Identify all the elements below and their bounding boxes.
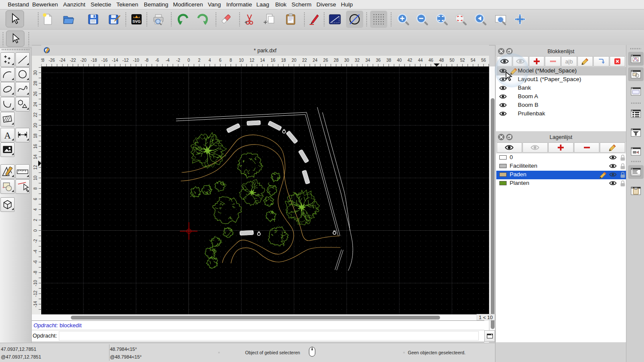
svg-text:-12: -12 — [122, 58, 129, 63]
svg-text:20: 20 — [33, 123, 38, 128]
svg-text:42: 42 — [407, 58, 413, 63]
svg-text:26: 26 — [33, 91, 38, 97]
svg-text:0: 0 — [33, 229, 38, 232]
svg-text:28: 28 — [33, 81, 38, 86]
svg-text:32: 32 — [355, 58, 360, 63]
svg-text:10: 10 — [239, 58, 244, 63]
svg-text:-14: -14 — [112, 58, 118, 63]
svg-text:-12: -12 — [33, 290, 38, 297]
svg-text:6: 6 — [33, 198, 38, 200]
svg-text:2: 2 — [33, 219, 38, 221]
svg-text:18: 18 — [33, 133, 38, 139]
svg-text:-4: -4 — [166, 58, 170, 63]
svg-text:8: 8 — [230, 58, 232, 63]
svg-text:-24: -24 — [59, 58, 66, 63]
svg-text:4: 4 — [209, 58, 211, 63]
svg-text:26: 26 — [323, 58, 328, 63]
svg-text:18: 18 — [281, 58, 286, 63]
svg-text:12: 12 — [33, 165, 38, 170]
svg-text:48: 48 — [439, 58, 444, 63]
svg-text:24: 24 — [313, 58, 318, 63]
svg-text:A: A — [4, 130, 11, 140]
svg-text:20: 20 — [292, 58, 297, 63]
svg-text:30: 30 — [33, 70, 38, 75]
svg-text:-8: -8 — [145, 58, 149, 63]
svg-text:46: 46 — [428, 58, 434, 63]
svg-text:-8: -8 — [33, 271, 38, 275]
svg-text:14: 14 — [260, 58, 265, 63]
svg-text:-2: -2 — [33, 239, 38, 243]
svg-text:50: 50 — [450, 58, 455, 63]
svg-text:-18: -18 — [91, 58, 97, 63]
svg-text:12: 12 — [249, 58, 255, 63]
svg-text:54: 54 — [471, 58, 476, 63]
svg-text:16: 16 — [33, 144, 38, 149]
svg-text:-6: -6 — [155, 58, 159, 63]
svg-text:-4: -4 — [33, 250, 38, 253]
svg-text:22: 22 — [302, 58, 307, 63]
svg-text:10: 10 — [33, 175, 38, 181]
svg-text:-2: -2 — [176, 58, 180, 63]
svg-text:36: 36 — [376, 58, 381, 63]
svg-text:-14: -14 — [33, 301, 38, 308]
svg-text:34: 34 — [365, 58, 371, 63]
svg-text:-22: -22 — [70, 58, 76, 63]
svg-text:-26: -26 — [49, 58, 55, 63]
svg-text:38: 38 — [386, 58, 392, 63]
svg-text:8: 8 — [33, 187, 38, 190]
svg-text:-6: -6 — [33, 260, 38, 264]
svg-text:14: 14 — [33, 154, 38, 160]
svg-text:22: 22 — [33, 112, 38, 118]
svg-text:56: 56 — [481, 58, 486, 63]
svg-text:16: 16 — [270, 58, 276, 63]
svg-text:30: 30 — [344, 58, 349, 63]
svg-text:0: 0 — [188, 58, 190, 63]
svg-text:44: 44 — [418, 58, 423, 63]
svg-text:28: 28 — [334, 58, 339, 63]
svg-text:-16: -16 — [101, 58, 108, 63]
svg-text:-10: -10 — [133, 58, 140, 63]
svg-text:2: 2 — [198, 58, 200, 63]
svg-text:SVG: SVG — [132, 19, 140, 24]
svg-text:-20: -20 — [80, 58, 87, 63]
svg-text:52: 52 — [460, 58, 465, 63]
svg-text:40: 40 — [397, 58, 402, 63]
svg-text:-28: -28 — [41, 58, 45, 63]
svg-text:-10: -10 — [33, 280, 38, 286]
svg-text:6: 6 — [219, 58, 222, 63]
svg-text:4: 4 — [33, 208, 38, 211]
svg-text:24: 24 — [33, 102, 38, 107]
